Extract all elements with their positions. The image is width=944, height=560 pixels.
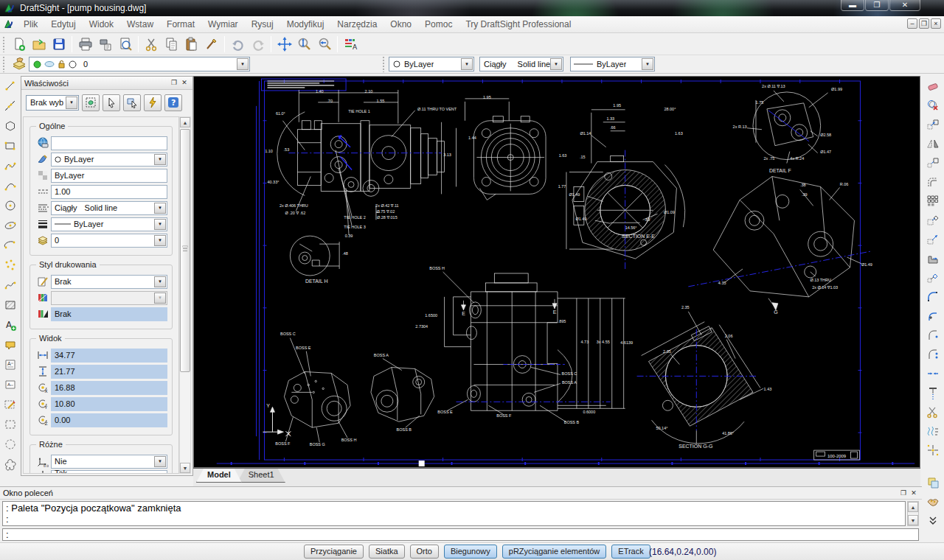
active-layer-combo[interactable]: 0 ▼ <box>29 57 250 71</box>
menu-edytuj[interactable]: Edytuj <box>44 17 82 32</box>
command-window-titlebar[interactable]: Okno poleceń ❐ ✕ <box>0 487 922 500</box>
offset-tool-button[interactable] <box>926 175 940 189</box>
split-tool-button[interactable] <box>926 405 940 419</box>
toolbar-drag-handle[interactable] <box>382 56 386 72</box>
select-matching-button[interactable] <box>123 94 141 111</box>
selection-rectangle-tool-icon[interactable] <box>4 418 17 431</box>
menu-okno[interactable]: Okno <box>384 17 418 32</box>
paste-button[interactable] <box>181 35 201 54</box>
window-close-button[interactable]: ✕ <box>889 0 920 11</box>
revision-cloud-tool-icon[interactable] <box>4 458 17 471</box>
batch-print-button[interactable] <box>95 35 115 54</box>
rectangle-tool-icon[interactable] <box>4 139 17 153</box>
ellipse-tool-icon[interactable] <box>4 219 17 232</box>
weld-tool-button[interactable] <box>926 424 940 438</box>
linestyle-combo[interactable]: CiągłySolid line▼ <box>51 201 167 215</box>
status-biegunowy[interactable]: Biegunowy <box>444 545 497 559</box>
menu-modyfikuj[interactable]: Modyfikuj <box>280 17 331 32</box>
color-combo[interactable]: ByLayer▼ <box>51 153 167 167</box>
selection-filter-dropdown[interactable]: ▼ <box>66 97 77 109</box>
scroll-thumb[interactable] <box>180 129 190 372</box>
command-window-float-button[interactable]: ❐ <box>898 489 909 498</box>
ucs-dropdown[interactable]: ▼ <box>154 456 166 467</box>
move-tool-button[interactable] <box>926 214 940 227</box>
save-button[interactable] <box>49 35 69 54</box>
delete-duplicates-button[interactable] <box>926 99 940 112</box>
line-color-combo[interactable]: ByLayer ▼ <box>389 57 474 71</box>
scroll-up-arrow[interactable]: ▲ <box>180 117 190 127</box>
document-close-button[interactable]: × <box>931 18 941 29</box>
mirror-tool-button[interactable] <box>926 137 940 150</box>
print-button[interactable] <box>75 35 95 54</box>
properties-copy-button[interactable] <box>926 476 940 489</box>
edit-annotation-tool-icon[interactable] <box>4 398 17 411</box>
command-window-close-button[interactable]: ✕ <box>909 489 919 498</box>
pan-button[interactable] <box>274 35 294 54</box>
chamfer-tool-button[interactable] <box>926 329 940 342</box>
print-style-combo[interactable]: Brak▼ <box>51 275 167 289</box>
insert-text-tool-icon[interactable]: A <box>4 318 17 332</box>
layers-manager-button[interactable] <box>9 55 29 74</box>
drawing-canvas[interactable]: 1.40.702.101.55Ø.11 THRU TO VENT61.0°TIE… <box>193 76 920 468</box>
print-style-dropdown[interactable]: ▼ <box>154 276 166 287</box>
line-tool-icon[interactable] <box>4 80 17 93</box>
point-tool-icon[interactable] <box>4 259 17 272</box>
status-orto[interactable]: Orto <box>410 545 439 559</box>
layer-combo[interactable]: 0▼ <box>51 234 167 248</box>
print-preview-button[interactable] <box>115 35 135 54</box>
trim-tool-button[interactable] <box>926 386 940 399</box>
arc-tool-icon[interactable] <box>4 179 17 192</box>
scroll-down-arrow[interactable]: ▼ <box>180 463 190 473</box>
deal-tool-button[interactable] <box>926 495 940 508</box>
window-restore-button[interactable]: ❐ <box>865 0 889 11</box>
hyperlink-field[interactable] <box>51 136 167 150</box>
fillet-multiple-button[interactable] <box>926 309 940 323</box>
cut-button[interactable] <box>142 35 162 54</box>
document-minimize-button[interactable]: – <box>907 18 917 29</box>
lineweight-combo[interactable]: ByLayer▼ <box>51 217 167 231</box>
command-input[interactable]: : <box>2 528 919 541</box>
command-history[interactable]: : Paleta "Pozycja początkowa" zamknięta: <box>2 501 906 526</box>
menu-wymiar[interactable]: Wymiar <box>201 17 245 32</box>
hatch-tool-icon[interactable] <box>4 298 17 312</box>
redo-button[interactable] <box>248 35 268 54</box>
format-painter-button[interactable] <box>201 35 221 54</box>
polygon-tool-icon[interactable] <box>4 119 17 133</box>
polyline-tool-icon[interactable] <box>4 159 17 172</box>
line-style-combo[interactable]: Ciągły Solid line ▼ <box>479 57 563 71</box>
spline-tool-icon[interactable] <box>4 279 17 292</box>
rotate-tool-button[interactable] <box>926 271 940 284</box>
zoom-dynamic-button[interactable] <box>294 35 314 54</box>
offset-entity-button[interactable] <box>926 156 940 169</box>
stretch-tool-button[interactable] <box>926 233 940 246</box>
transparency-field[interactable]: ByLayer <box>51 169 167 183</box>
infinite-line-tool-icon[interactable] <box>4 99 17 113</box>
menu-narz-dzia[interactable]: Narzędzia <box>330 17 384 32</box>
new-file-button[interactable] <box>9 35 29 54</box>
text-block-tool-icon[interactable]: A <box>4 358 17 371</box>
history-scroll-up[interactable]: ▲ <box>908 502 918 512</box>
toolbar-drag-handle[interactable] <box>2 56 6 72</box>
scale-tool-button[interactable] <box>926 252 940 265</box>
property-painter-button[interactable]: A <box>341 35 361 54</box>
linestyle-dropdown[interactable]: ▼ <box>154 203 166 214</box>
menu-format[interactable]: Format <box>160 17 201 32</box>
linestyle-combo-dropdown[interactable]: ▼ <box>550 58 562 70</box>
layer-dropdown[interactable]: ▼ <box>154 235 166 246</box>
panel-scrollbar[interactable]: ▲ ▼ <box>179 116 191 474</box>
fillet-tool-button[interactable] <box>926 290 940 304</box>
print-table-combo[interactable]: ▼ <box>51 291 167 305</box>
menu-widok[interactable]: Widok <box>83 17 120 32</box>
quick-select-button[interactable] <box>144 94 162 111</box>
menu-wstaw[interactable]: Wstaw <box>120 17 160 32</box>
panel-close-button[interactable]: ✕ <box>179 78 190 88</box>
status-siatka[interactable]: Siatka <box>369 545 405 559</box>
window-minimize-button[interactable]: ▬ <box>841 0 864 11</box>
open-file-button[interactable] <box>29 35 49 54</box>
history-scroll-down[interactable]: ▼ <box>908 515 918 525</box>
explode-tool-button[interactable] <box>926 444 940 457</box>
linescale-field[interactable]: 1.00 <box>51 185 167 199</box>
selection-filter-combo[interactable]: Brak wyb ▼ <box>26 95 79 111</box>
command-history-scrollbar[interactable]: ▲ ▼ <box>907 501 919 526</box>
zoom-previous-button[interactable] <box>314 35 334 54</box>
